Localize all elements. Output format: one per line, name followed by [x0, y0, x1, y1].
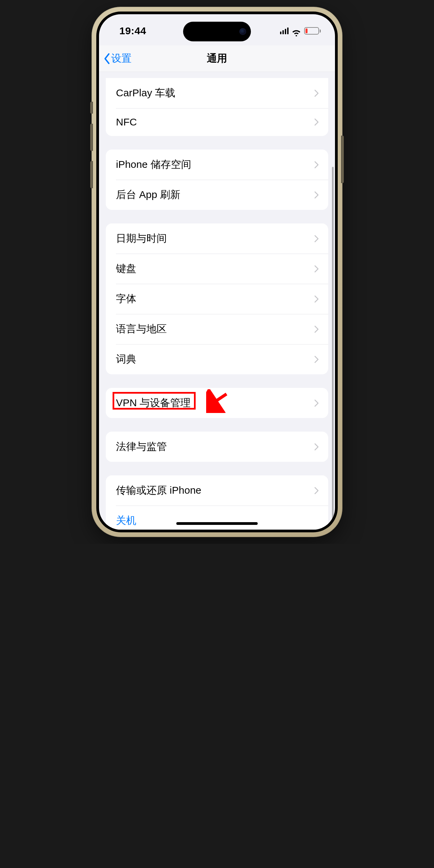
row-date-time[interactable]: 日期与时间 [106, 223, 328, 254]
row-label: CarPlay 车载 [116, 86, 175, 100]
row-iphone-storage[interactable]: iPhone 储存空间 [106, 150, 328, 180]
settings-group: 传输或还原 iPhone 关机 [106, 475, 328, 530]
chevron-right-icon [314, 487, 319, 494]
row-label: 日期与时间 [116, 232, 167, 245]
row-transfer-reset-iphone[interactable]: 传输或还原 iPhone [106, 475, 328, 506]
settings-group: iPhone 储存空间 后台 App 刷新 [106, 150, 328, 210]
device-right-buttons [341, 136, 344, 183]
scroll-indicator [332, 167, 334, 519]
row-shutdown[interactable]: 关机 [106, 506, 328, 530]
row-label: 关机 [116, 514, 136, 528]
chevron-right-icon [314, 265, 319, 273]
chevron-right-icon [314, 356, 319, 363]
row-label: VPN 与设备管理 [116, 396, 191, 410]
row-label: 传输或还原 iPhone [116, 484, 201, 497]
back-label: 设置 [111, 52, 132, 65]
row-label: 词典 [116, 352, 136, 366]
settings-group: 日期与时间 键盘 字体 语言与地区 [106, 223, 328, 374]
settings-group: VPN 与设备管理 [106, 388, 328, 418]
row-label: 字体 [116, 292, 136, 306]
chevron-right-icon [314, 326, 319, 333]
status-time: 19:44 [119, 23, 146, 37]
chevron-left-icon [104, 53, 111, 64]
row-language-region[interactable]: 语言与地区 [106, 314, 328, 344]
page-title: 通用 [207, 52, 227, 65]
screen: 19:44 设置 [99, 14, 335, 530]
row-label: 法律与监管 [116, 440, 167, 454]
home-indicator[interactable] [176, 522, 258, 525]
row-label: 语言与地区 [116, 322, 167, 336]
wifi-icon [292, 27, 301, 35]
row-nfc[interactable]: NFC [106, 108, 328, 136]
battery-low-icon [304, 27, 321, 35]
chevron-right-icon [314, 295, 319, 303]
settings-content[interactable]: CarPlay 车载 NFC iPhone 储存空间 后台 A [99, 72, 335, 530]
row-keyboard[interactable]: 键盘 [106, 254, 328, 284]
settings-group: 法律与监管 [106, 432, 328, 462]
phone-device-frame: 19:44 设置 [92, 7, 342, 537]
device-left-buttons [90, 102, 93, 198]
front-camera [239, 28, 246, 35]
row-label: NFC [116, 116, 137, 128]
cellular-signal-icon [280, 27, 289, 34]
navigation-bar: 设置 通用 [99, 45, 335, 72]
screen-bezel: 19:44 设置 [96, 12, 338, 532]
back-button[interactable]: 设置 [104, 52, 132, 65]
chevron-right-icon [314, 443, 319, 451]
row-background-app-refresh[interactable]: 后台 App 刷新 [106, 180, 328, 210]
row-label: iPhone 储存空间 [116, 158, 191, 172]
chevron-right-icon [314, 161, 319, 169]
settings-group: CarPlay 车载 NFC [106, 78, 328, 136]
dynamic-island [183, 22, 251, 41]
chevron-right-icon [314, 118, 319, 126]
chevron-right-icon [314, 90, 319, 97]
chevron-right-icon [314, 191, 319, 199]
row-label: 键盘 [116, 262, 136, 276]
row-fonts[interactable]: 字体 [106, 284, 328, 314]
row-carplay[interactable]: CarPlay 车载 [106, 78, 328, 108]
chevron-right-icon [314, 235, 319, 242]
row-vpn-device-management[interactable]: VPN 与设备管理 [106, 388, 328, 418]
row-label: 后台 App 刷新 [116, 188, 180, 202]
row-dictionary[interactable]: 词典 [106, 344, 328, 374]
row-legal-regulatory[interactable]: 法律与监管 [106, 432, 328, 462]
chevron-right-icon [314, 399, 319, 407]
